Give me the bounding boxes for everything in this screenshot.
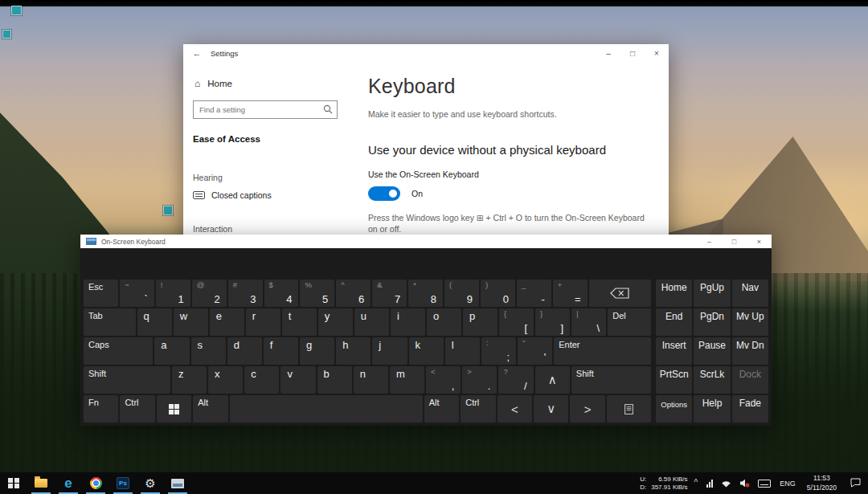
key-g[interactable]: g [300, 337, 334, 365]
minimize-button[interactable]: – [697, 235, 722, 248]
key-backspace[interactable] [589, 280, 651, 307]
key-m[interactable]: m [390, 366, 424, 394]
touch-keyboard-icon[interactable] [758, 480, 771, 488]
key-0[interactable]: )0 [481, 280, 515, 307]
key-backquote[interactable]: ~` [120, 280, 154, 307]
minimize-button[interactable]: – [596, 44, 620, 62]
key-minus[interactable]: _- [517, 280, 551, 307]
key-end[interactable]: End [656, 308, 692, 336]
key-menu[interactable] [607, 395, 651, 423]
key-j[interactable]: j [372, 337, 407, 365]
key-quote[interactable]: "' [518, 337, 552, 365]
back-icon[interactable]: ← [183, 48, 211, 58]
key-p[interactable]: p [463, 308, 497, 336]
key-left-arrow[interactable]: < [497, 395, 532, 423]
key-u[interactable]: u [354, 308, 389, 336]
key-caps[interactable]: Caps [84, 337, 153, 365]
action-center-icon[interactable] [850, 476, 861, 491]
key-d[interactable]: d [227, 337, 262, 365]
key-comma[interactable]: <, [426, 366, 461, 394]
key-z[interactable]: z [172, 366, 207, 394]
key-equals[interactable]: += [553, 280, 588, 307]
desktop-icon[interactable] [2, 30, 11, 39]
key-c[interactable]: c [244, 366, 279, 394]
key-pause[interactable]: Pause [694, 337, 730, 365]
key-l[interactable]: l [445, 337, 480, 365]
key-s[interactable]: s [191, 337, 226, 365]
key-h[interactable]: h [336, 337, 371, 365]
key-4[interactable]: $4 [264, 280, 299, 307]
volume-muted-icon[interactable] [739, 479, 750, 488]
taskbar-settings-button[interactable]: ⚙ [137, 472, 164, 494]
taskbar-file-explorer-button[interactable] [27, 472, 55, 494]
taskbar-on-screen-keyboard-button[interactable] [164, 472, 191, 494]
key-1[interactable]: !1 [156, 280, 190, 307]
key-options[interactable]: Options [656, 395, 692, 423]
key-2[interactable]: @2 [192, 280, 227, 307]
on-screen-keyboard-toggle[interactable] [368, 186, 400, 201]
desktop-icon[interactable] [11, 6, 22, 15]
key-windows[interactable] [157, 395, 191, 423]
taskbar-chrome-button[interactable] [82, 472, 109, 494]
key-b[interactable]: b [317, 366, 352, 394]
key-nav[interactable]: Nav [732, 280, 768, 307]
key-ctrl-right[interactable]: Ctrl [461, 395, 495, 423]
key-del[interactable]: Del [608, 308, 651, 336]
key-mv-up[interactable]: Mv Up [732, 308, 768, 336]
maximize-button[interactable]: □ [722, 235, 747, 248]
key-n[interactable]: n [354, 366, 388, 394]
key-fn[interactable]: Fn [84, 395, 118, 423]
key-help[interactable]: Help [694, 395, 730, 423]
taskbar-start-button[interactable] [0, 472, 27, 494]
key-w[interactable]: w [174, 308, 208, 336]
key-mv-dn[interactable]: Mv Dn [732, 337, 768, 365]
key-ctrl-left[interactable]: Ctrl [120, 395, 154, 423]
key-backslash[interactable]: |\ [571, 308, 606, 336]
key-down-arrow[interactable]: ∨ [534, 395, 568, 423]
key-dock[interactable]: Dock [732, 366, 768, 394]
key-f[interactable]: f [264, 337, 298, 365]
key-enter[interactable]: Enter [554, 337, 651, 365]
key-prtscn[interactable]: PrtScn [656, 366, 692, 394]
key-bracket-open[interactable]: {[ [499, 308, 534, 336]
sidebar-item-home[interactable]: ⌂ Home [194, 78, 338, 89]
key-bracket-close[interactable]: }] [535, 308, 570, 336]
search-input[interactable] [193, 100, 338, 119]
close-button[interactable]: × [645, 44, 669, 62]
key-q[interactable]: q [137, 308, 172, 336]
key-alt-left[interactable]: Alt [193, 395, 227, 423]
network-monitor-icon[interactable] [706, 480, 713, 488]
key-i[interactable]: i [391, 308, 425, 336]
sidebar-item-closed-captions[interactable]: Closed captions [193, 190, 338, 200]
key-y[interactable]: y [318, 308, 353, 336]
close-button[interactable]: × [747, 235, 772, 248]
key-5[interactable]: %5 [300, 280, 334, 307]
key-a[interactable]: a [154, 337, 189, 365]
key-esc[interactable]: Esc [84, 280, 118, 307]
desktop-icon[interactable] [163, 206, 173, 215]
key-fade[interactable]: Fade [732, 395, 768, 423]
key-e[interactable]: e [210, 308, 244, 336]
language-indicator[interactable]: ENG [780, 480, 796, 488]
key-shift-left[interactable]: Shift [84, 366, 170, 394]
key-x[interactable]: x [208, 366, 243, 394]
wifi-icon[interactable] [721, 480, 731, 488]
clock[interactable]: 11:53 5/11/2020 [807, 474, 837, 492]
key-9[interactable]: (9 [444, 280, 479, 307]
key-pgdn[interactable]: PgDn [694, 308, 730, 336]
key-alt-right[interactable]: Alt [424, 395, 459, 423]
key-r[interactable]: r [246, 308, 280, 336]
key-home[interactable]: Home [656, 280, 692, 307]
taskbar-edge-button[interactable]: e [55, 472, 82, 494]
key-semicolon[interactable]: :; [481, 337, 516, 365]
key-6[interactable]: ^6 [336, 280, 371, 307]
key-3[interactable]: #3 [228, 280, 263, 307]
key-space[interactable] [230, 395, 423, 423]
key-8[interactable]: *8 [408, 280, 443, 307]
key-scrlk[interactable]: ScrLk [694, 366, 730, 394]
key-insert[interactable]: Insert [656, 337, 692, 365]
key-slash[interactable]: ?/ [498, 366, 533, 394]
taskbar-photoshop-button[interactable]: Ps [109, 472, 137, 494]
key-period[interactable]: >. [462, 366, 497, 394]
key-k[interactable]: k [409, 337, 444, 365]
